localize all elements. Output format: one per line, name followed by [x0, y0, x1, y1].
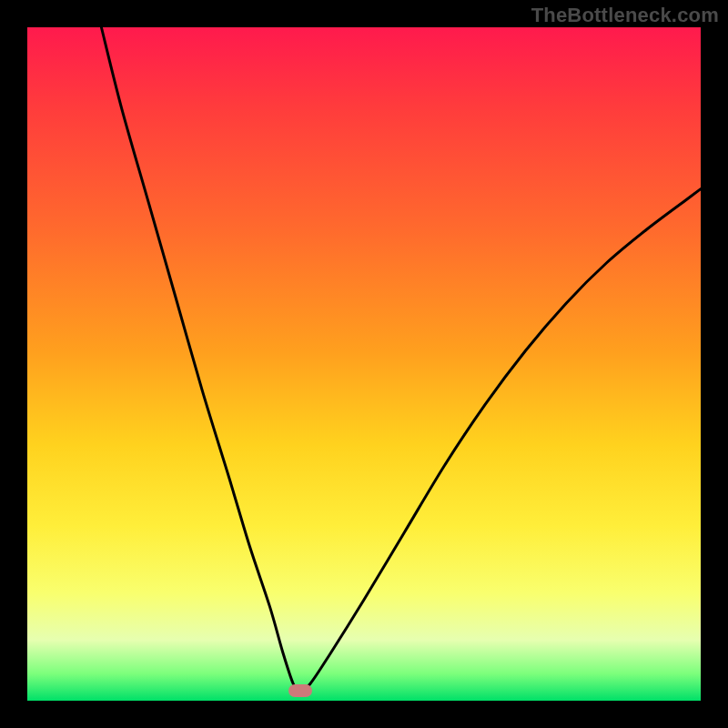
- minimum-marker: [288, 684, 312, 697]
- plot-area: [27, 27, 701, 701]
- chart-frame: TheBottleneck.com: [0, 0, 728, 728]
- bottleneck-curve: [27, 27, 701, 701]
- watermark-text: TheBottleneck.com: [531, 4, 719, 27]
